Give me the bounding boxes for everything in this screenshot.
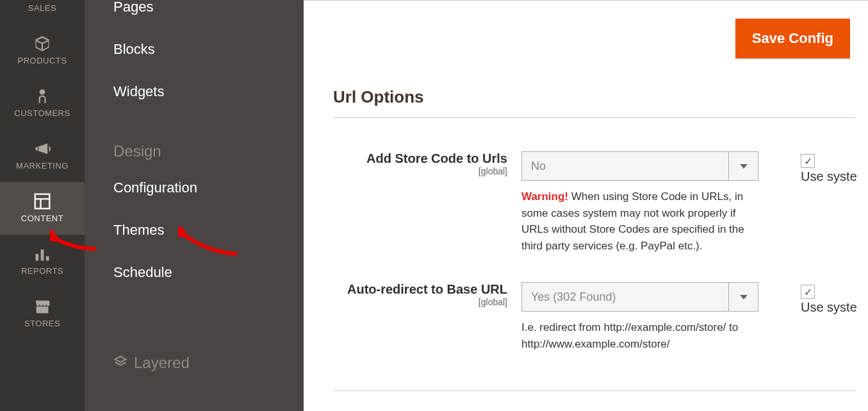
rail-item-label: REPORTS (21, 266, 63, 276)
submenu-group-layered: Layered (113, 294, 304, 390)
svg-text:$: $ (37, 0, 48, 1)
hash-icon (113, 355, 127, 371)
svg-rect-6 (41, 249, 44, 261)
layout-icon (33, 192, 52, 211)
rail-item-label: SALES (28, 3, 56, 13)
admin-side-rail: $ SALES PRODUCTS CUSTOMERS MARKETING CON… (0, 0, 85, 411)
svg-point-1 (40, 89, 45, 95)
person-icon (33, 87, 52, 106)
bar-chart-icon (33, 244, 52, 264)
svg-rect-5 (36, 254, 39, 261)
field-scope: [global] (315, 297, 507, 307)
chevron-down-icon (728, 283, 758, 311)
dollar-icon: $ (33, 0, 52, 1)
rail-item-sales[interactable]: $ SALES (0, 0, 85, 24)
rail-item-reports[interactable]: REPORTS (0, 235, 85, 287)
submenu-item-schedule[interactable]: Schedule (113, 251, 304, 294)
checkbox-icon (801, 285, 815, 299)
svg-rect-7 (46, 256, 49, 261)
chevron-down-icon (728, 152, 758, 180)
store-code-select[interactable]: No (521, 151, 758, 181)
field-scope: [global] (315, 166, 507, 176)
submenu-group-design: Design (113, 113, 304, 178)
use-system-value-checkbox[interactable] (801, 154, 857, 168)
svg-rect-2 (35, 194, 50, 209)
section-title: Url Options (333, 87, 868, 113)
rail-item-products[interactable]: PRODUCTS (0, 24, 85, 77)
rail-item-label: MARKETING (16, 161, 69, 171)
submenu-item-blocks[interactable]: Blocks (113, 28, 304, 71)
main-content: Save Config Url Options Add Store Code t… (304, 0, 868, 411)
auto-redirect-select[interactable]: Yes (302 Found) (521, 282, 758, 312)
box-icon (33, 34, 52, 53)
save-config-button[interactable]: Save Config (735, 19, 850, 58)
content-submenu: Pages Blocks Widgets Design Configuratio… (85, 0, 304, 411)
rail-item-label: CONTENT (21, 214, 63, 223)
submenu-group-label: Layered (134, 355, 190, 371)
field-label-auto-redirect: Auto-redirect to Base URL (315, 282, 507, 297)
rail-item-customers[interactable]: CUSTOMERS (0, 77, 85, 130)
rail-item-stores[interactable]: STORES (0, 287, 85, 340)
rail-item-label: PRODUCTS (18, 56, 67, 65)
rail-item-label: STORES (24, 319, 60, 328)
use-system-label: Use syste (801, 168, 857, 184)
field-warning-note: Warning! When using Store Code in URLs, … (521, 181, 758, 254)
select-value: Yes (302 Found) (531, 290, 616, 304)
use-system-label: Use syste (801, 299, 857, 315)
select-value: No (531, 160, 546, 173)
submenu-item-configuration[interactable]: Configuration (113, 178, 304, 209)
checkbox-icon (801, 154, 815, 168)
storefront-icon (33, 297, 52, 316)
field-note: I.e. redirect from http://example.com/st… (521, 312, 758, 352)
submenu-item-widgets[interactable]: Widgets (113, 71, 304, 113)
use-system-value-checkbox[interactable] (801, 285, 857, 299)
field-label-store-code: Add Store Code to Urls (315, 151, 507, 166)
submenu-item-pages[interactable]: Pages (113, 0, 304, 28)
warning-label: Warning! (521, 190, 568, 203)
rail-item-marketing[interactable]: MARKETING (0, 130, 85, 182)
rail-item-content[interactable]: CONTENT (0, 182, 85, 235)
megaphone-icon (33, 139, 52, 158)
submenu-item-themes[interactable]: Themes (113, 209, 304, 251)
rail-item-label: CUSTOMERS (14, 108, 70, 118)
